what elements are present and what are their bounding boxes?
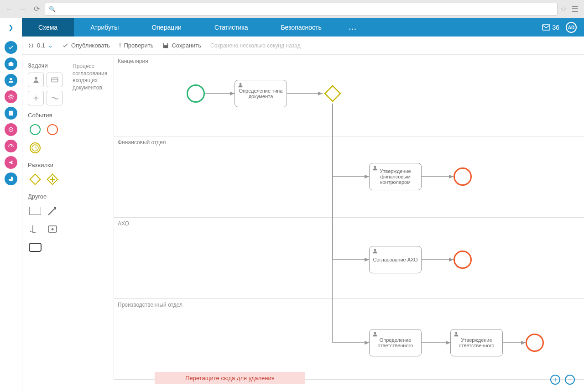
- tab-operations[interactable]: Операции: [135, 18, 198, 37]
- tab-more[interactable]: ...: [338, 18, 368, 37]
- user-icon: [454, 331, 459, 337]
- rail-user-icon[interactable]: [5, 74, 17, 87]
- svg-rect-12: [52, 78, 58, 82]
- zoom-out-button[interactable]: −: [565, 375, 575, 385]
- main-tabs: ❯ Схема Атрибуты Операции Статистика Без…: [0, 18, 584, 37]
- rail-chart-icon[interactable]: [5, 172, 17, 185]
- address-bar[interactable]: 🔍: [45, 3, 558, 16]
- publish-button[interactable]: Опубликовать: [62, 42, 110, 49]
- palette-end-event[interactable]: [45, 122, 60, 137]
- svg-line-8: [11, 145, 12, 147]
- svg-rect-5: [9, 111, 13, 116]
- svg-point-24: [374, 249, 376, 251]
- sidebar-toggle[interactable]: ❯: [0, 18, 22, 37]
- save-status: Сохранено несколько секунд назад: [210, 42, 301, 49]
- palette-connector[interactable]: [45, 204, 60, 218]
- rail-send-icon[interactable]: [5, 156, 17, 169]
- user-icon: [238, 82, 243, 88]
- palette-user-task[interactable]: [28, 73, 44, 87]
- palette-parallel-gateway[interactable]: [45, 172, 60, 187]
- exclusive-gateway[interactable]: [323, 84, 343, 104]
- svg-point-11: [35, 77, 37, 80]
- save-button[interactable]: Сохранить: [162, 42, 201, 49]
- check-icon: [62, 42, 68, 49]
- tab-schema[interactable]: Схема: [22, 18, 74, 37]
- forward-button[interactable]: →: [17, 4, 28, 15]
- rail-document-icon[interactable]: [5, 107, 17, 120]
- task-define-type[interactable]: Определение типа документа: [235, 80, 287, 107]
- end-event-3[interactable]: [526, 334, 544, 352]
- reload-button[interactable]: ⟳: [31, 4, 42, 15]
- rail-briefcase-icon[interactable]: [5, 57, 17, 70]
- browser-chrome: ← → ⟳ 🔍 ☆ ☰: [0, 0, 584, 18]
- user-icon: [372, 165, 378, 171]
- palette-settings-task[interactable]: [28, 91, 44, 105]
- pool-title: Процесс согласования входящих документов: [71, 59, 112, 95]
- delete-drop-zone[interactable]: Перетащите сюда для удаления: [155, 372, 305, 384]
- palette-tasks-label: Задачи: [28, 62, 63, 69]
- task-aho-approve[interactable]: Согласование АХО: [369, 246, 422, 273]
- palette-exclusive-gateway[interactable]: [28, 172, 42, 187]
- bookmark-icon[interactable]: ☆: [560, 5, 567, 13]
- user-icon: [372, 248, 378, 254]
- hamburger-icon[interactable]: ☰: [569, 4, 580, 15]
- svg-point-25: [374, 332, 376, 335]
- start-event[interactable]: [187, 84, 205, 103]
- icon-rail: [0, 37, 22, 392]
- branch-icon: [28, 42, 34, 49]
- tab-security[interactable]: Безопасность: [264, 18, 338, 37]
- svg-point-19: [31, 231, 32, 232]
- svg-point-26: [455, 332, 458, 335]
- version-label: 0.1: [37, 42, 45, 49]
- svg-rect-22: [325, 86, 340, 101]
- palette-subprocess[interactable]: [45, 222, 60, 236]
- chevron-down-icon: ⌄: [48, 42, 53, 49]
- version-selector[interactable]: 0.1 ⌄: [28, 42, 53, 49]
- diagram-canvas[interactable]: Процесс согласования входящих документов…: [68, 55, 584, 392]
- svg-point-3: [10, 78, 12, 80]
- task-define-responsible[interactable]: Определение ответственного: [369, 329, 422, 356]
- avatar[interactable]: AD: [566, 22, 577, 33]
- palette-pool[interactable]: [28, 204, 42, 218]
- tab-statistics[interactable]: Статистика: [198, 18, 265, 37]
- rail-check-icon[interactable]: [5, 41, 17, 54]
- element-palette: Задачи События Развилки: [22, 55, 68, 392]
- svg-point-21: [240, 83, 242, 85]
- lane-1[interactable]: Финансовый отдел: [114, 136, 584, 217]
- palette-annotation[interactable]: [28, 222, 42, 236]
- zoom-in-button[interactable]: +: [550, 375, 560, 385]
- svg-rect-0: [542, 25, 550, 30]
- exclamation-icon: !: [119, 42, 121, 49]
- lane-0[interactable]: Канцелярия: [114, 55, 584, 136]
- palette-container[interactable]: [28, 240, 42, 255]
- svg-point-23: [374, 166, 376, 168]
- palette-service-task[interactable]: [47, 73, 63, 87]
- svg-rect-2: [10, 62, 12, 63]
- rail-data-icon[interactable]: [5, 123, 17, 136]
- palette-script-task[interactable]: [47, 91, 63, 105]
- mail-badge[interactable]: 36: [542, 24, 559, 31]
- check-button[interactable]: ! Проверить: [119, 42, 153, 49]
- task-fin-approve[interactable]: Утверждение финансовым контролером: [369, 163, 422, 190]
- svg-rect-16: [30, 174, 41, 185]
- lane-2[interactable]: АХО: [114, 217, 584, 298]
- svg-point-7: [10, 129, 12, 131]
- rail-gauge-icon[interactable]: [5, 140, 17, 152]
- tab-attributes[interactable]: Атрибуты: [74, 18, 135, 37]
- lane-3[interactable]: Производственный отдел: [114, 298, 584, 380]
- rail-gear-icon[interactable]: [5, 90, 17, 103]
- lane-0-label: Канцелярия: [118, 58, 148, 65]
- search-icon: 🔍: [49, 6, 56, 12]
- palette-events-label: События: [28, 112, 63, 119]
- end-event-1[interactable]: [454, 167, 472, 186]
- palette-gateways-label: Развилки: [28, 162, 63, 168]
- end-event-2[interactable]: [454, 251, 472, 269]
- lane-2-label: АХО: [118, 220, 129, 228]
- palette-start-event[interactable]: [28, 122, 42, 137]
- task-approve-responsible[interactable]: Утверждение ответственного: [450, 329, 503, 356]
- back-button[interactable]: ←: [4, 4, 15, 15]
- lane-3-label: Производственный отдел: [118, 302, 182, 309]
- svg-rect-10: [164, 43, 167, 45]
- svg-point-18: [30, 231, 31, 232]
- palette-timer-event[interactable]: [28, 141, 42, 155]
